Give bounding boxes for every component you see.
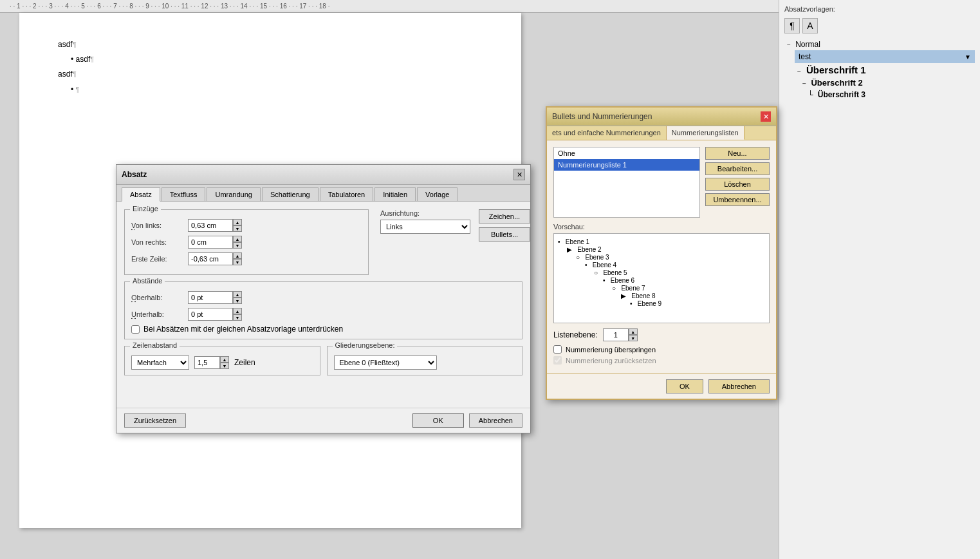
listebene-input-container: ▲ ▼ — [603, 328, 638, 341]
right-panel: Absatzvorlagen: ¶ A − Normal test ▼ − Üb… — [779, 0, 980, 559]
neu-button[interactable]: Neu... — [705, 147, 770, 160]
vorschau-line-5: ○ Ebene 5 — [594, 269, 765, 276]
tab-schattierung[interactable]: Schattierung — [262, 187, 319, 201]
zeilenabstand-group: Zeilenabstand Mehrfach Einfach 1,5 Zeile… — [124, 346, 320, 375]
von-rechts-input[interactable] — [188, 236, 233, 249]
tab-nummerierungslisten[interactable]: Nummerierungslisten — [667, 126, 744, 140]
erste-zeile-up[interactable]: ▲ — [233, 252, 242, 259]
einzuege-legend: Einzüge — [130, 205, 161, 213]
zeichen-button[interactable]: Zeichen... — [479, 209, 530, 223]
style-icon-btn[interactable]: A — [802, 18, 818, 33]
panel-header-label: Absatzvorlagen: — [784, 5, 975, 13]
num-ueberspringen-label: Nummerierung überspringen — [566, 346, 656, 354]
gliederungsebene-select[interactable]: Ebene 0 (Fließtext) Ebene 1 Ebene 2 Eben… — [334, 355, 437, 370]
von-rechts-row: Von rechts: ▲ ▼ — [131, 236, 362, 249]
num-zuruecksetzen-checkbox[interactable] — [553, 356, 562, 365]
von-rechts-label: Von rechts: — [131, 238, 183, 246]
vorschau-line-2: ▶ Ebene 2 — [567, 246, 765, 253]
von-links-down[interactable]: ▼ — [233, 225, 242, 232]
unterhalb-input[interactable] — [188, 308, 233, 321]
bullets-ok-button[interactable]: OK — [666, 379, 703, 393]
tab-tabulatoren[interactable]: Tabulatoren — [320, 187, 374, 201]
tab-initialen[interactable]: Initialen — [374, 187, 416, 201]
num-zuruecksetzen-row: Nummerierung zurücksetzen — [553, 356, 770, 365]
vorschau-line-6: • Ebene 6 — [603, 277, 765, 284]
oberhalb-input[interactable] — [188, 291, 233, 304]
unterhalb-spinners: ▲ ▼ — [233, 308, 242, 321]
num-ueberspringen-row: Nummerierung überspringen — [553, 345, 770, 354]
style-item-h3[interactable]: └ Überschrift 3 — [805, 89, 975, 100]
bullet-1: • asdf¶ — [71, 53, 483, 66]
nummerierung-listbox[interactable]: Ohne Nummerierungsliste 1 — [553, 147, 700, 218]
zuruecksetzen-button[interactable]: Zurücksetzen — [124, 413, 186, 428]
list-item-nummerierungsliste1[interactable]: Nummerierungsliste 1 — [554, 159, 699, 171]
abstaende-group: Abstände Oberhalb: ▲ ▼ Unterhalb: ▲ — [124, 281, 522, 339]
von-rechts-spinners: ▲ ▼ — [233, 236, 242, 249]
abstaende-legend: Abstände — [130, 277, 165, 285]
bullets-cancel-button[interactable]: Abbrechen — [708, 379, 770, 393]
ausrichtung-label: Ausrichtung: — [380, 209, 470, 217]
suppress-checkbox[interactable] — [131, 325, 140, 334]
zeilenabstand-value-container: ▲ ▼ — [194, 356, 229, 369]
listebene-down[interactable]: ▼ — [629, 335, 638, 341]
list-section: Ohne Nummerierungsliste 1 — [553, 147, 700, 223]
oberhalb-spinners: ▲ ▼ — [233, 291, 242, 304]
suppress-label: Bei Absätzen mit der gleichen Absatzvorl… — [143, 325, 343, 334]
absatz-ok-button[interactable]: OK — [412, 413, 464, 428]
list-area-row: Ohne Nummerierungsliste 1 Neu... Bearbei… — [553, 147, 770, 223]
absatz-content: Einzüge Von links: ▲ ▼ Von rechts: ▲ — [116, 202, 530, 408]
bullets-button[interactable]: Bullets... — [479, 227, 530, 242]
umbenennen-button[interactable]: Umbenennen... — [705, 193, 770, 206]
zeilenabstand-type-select[interactable]: Mehrfach Einfach 1,5 Zeilen Doppelt — [131, 355, 189, 370]
von-rechts-down[interactable]: ▼ — [233, 242, 242, 249]
erste-zeile-down[interactable]: ▼ — [233, 259, 242, 265]
zeilenabstand-row: Mehrfach Einfach 1,5 Zeilen Doppelt ▲ ▼ … — [131, 355, 313, 370]
vorschau-box: • Ebene 1 ▶ Ebene 2 ○ Ebene 3 • Ebene 4 … — [553, 233, 770, 323]
style-tree: − Normal test ▼ − Überschrift 1 − Übersc… — [784, 39, 975, 100]
zeilenabstand-down[interactable]: ▼ — [220, 363, 229, 369]
von-links-label: Von links: — [131, 222, 183, 229]
style-item-test[interactable]: test ▼ — [795, 50, 975, 63]
absatz-dialog: Absatz ✕ Absatz Textfluss Umrandung Scha… — [116, 164, 531, 433]
style-item-normal[interactable]: − Normal — [784, 39, 975, 50]
oberhalb-up[interactable]: ▲ — [233, 291, 242, 298]
tab-vorlage[interactable]: Vorlage — [417, 187, 458, 201]
zeilenabstand-up[interactable]: ▲ — [220, 356, 229, 363]
list-item-ohne[interactable]: Ohne — [554, 147, 699, 159]
ausrichtung-section: Ausrichtung: Links Zentriert Rechts Bloc… — [380, 209, 470, 234]
tab-umrandung[interactable]: Umrandung — [207, 187, 260, 201]
von-links-input[interactable] — [188, 219, 233, 232]
bullets-bottom-buttons: OK Abbrechen — [547, 374, 776, 399]
listebene-input[interactable] — [603, 328, 629, 341]
unterhalb-down[interactable]: ▼ — [233, 314, 242, 321]
paragraph-icon-btn[interactable]: ¶ — [784, 18, 800, 33]
tab-textfluss[interactable]: Textfluss — [162, 187, 206, 201]
listebene-up[interactable]: ▲ — [629, 328, 638, 335]
erste-zeile-input[interactable] — [188, 252, 233, 265]
oberhalb-down[interactable]: ▼ — [233, 298, 242, 304]
style-item-h2[interactable]: − Überschrift 2 — [800, 77, 975, 89]
einzuege-group: Einzüge Von links: ▲ ▼ Von rechts: ▲ — [124, 209, 369, 275]
expand-h1[interactable]: − — [797, 68, 801, 75]
tab-einfache-nummerierungen[interactable]: ets und einfache Nummerierungen — [547, 126, 667, 140]
von-links-up[interactable]: ▲ — [233, 219, 242, 225]
bullets-close-button[interactable]: ✕ — [761, 111, 771, 122]
style-item-h1[interactable]: − Überschrift 1 — [795, 63, 975, 77]
absatz-close-button[interactable]: ✕ — [513, 169, 525, 180]
ausrichtung-select[interactable]: Links Zentriert Rechts Blocksatz — [380, 220, 470, 234]
erste-zeile-label: Erste Zeile: — [131, 255, 183, 263]
von-rechts-up[interactable]: ▲ — [233, 236, 242, 242]
unterhalb-up[interactable]: ▲ — [233, 308, 242, 314]
zeilenabstand-value-input[interactable] — [194, 356, 220, 369]
bullets-titlebar: Bullets und Nummerierungen ✕ — [547, 108, 776, 126]
vorschau-line-7: ○ Ebene 7 — [612, 285, 765, 292]
bearbeiten-button[interactable]: Bearbeiten... — [705, 162, 770, 175]
loeschen-button[interactable]: Löschen — [705, 178, 770, 191]
dropdown-arrow-test[interactable]: ▼ — [965, 53, 971, 61]
tab-absatz[interactable]: Absatz — [122, 187, 160, 202]
absatz-cancel-button[interactable]: Abbrechen — [469, 413, 522, 428]
num-ueberspringen-checkbox[interactable] — [553, 345, 562, 354]
expand-h2[interactable]: − — [802, 80, 806, 87]
expand-normal[interactable]: − — [787, 41, 791, 48]
listebene-label: Listenebene: — [553, 330, 598, 339]
